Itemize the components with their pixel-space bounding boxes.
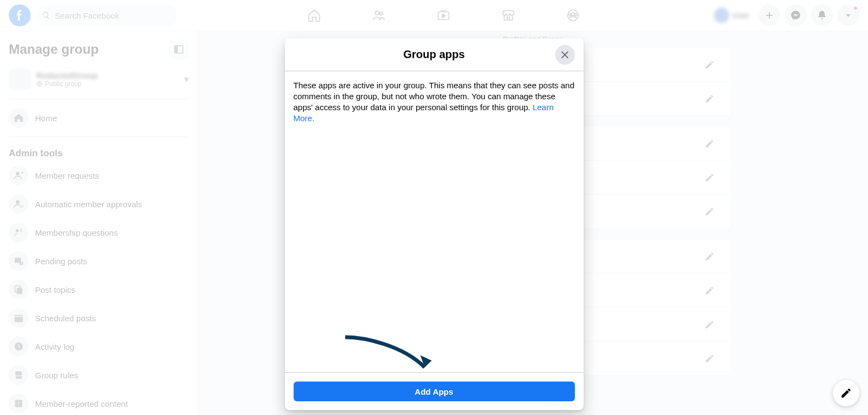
annotation-arrow-icon — [342, 332, 433, 376]
compose-icon — [840, 387, 852, 399]
group-apps-modal: Group apps These apps are active in your… — [285, 38, 583, 410]
modal-footer: Add Apps — [285, 372, 583, 410]
modal-title: Group apps — [403, 48, 464, 61]
close-button[interactable] — [555, 45, 575, 65]
add-apps-button[interactable]: Add Apps — [293, 382, 575, 401]
modal-body: These apps are active in your group. Thi… — [285, 71, 583, 372]
compose-button[interactable] — [833, 380, 859, 406]
close-icon — [559, 49, 570, 60]
modal-header: Group apps — [285, 38, 583, 71]
